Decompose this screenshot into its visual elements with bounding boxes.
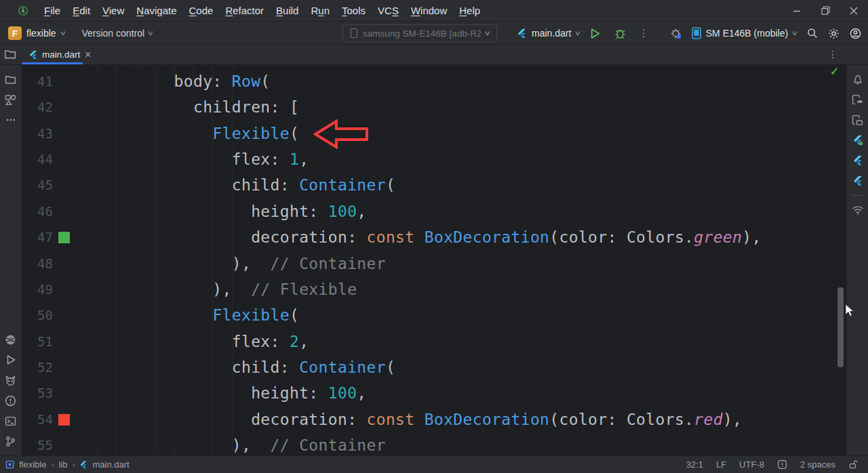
more-tool-windows-icon[interactable] [1, 110, 20, 129]
breadcrumb-item-project[interactable]: flexible [19, 459, 46, 470]
version-control-widget[interactable]: Version control ˅ [81, 28, 152, 39]
wifi-icon[interactable] [848, 201, 867, 220]
inspections-ok-icon[interactable]: ✓ [830, 65, 839, 78]
file-encoding[interactable]: UTF-8 [739, 459, 764, 470]
line-number: 50 [22, 302, 53, 328]
color-preview-green[interactable] [58, 232, 70, 243]
menu-tools[interactable]: Tools [336, 5, 372, 16]
attach-debugger-icon[interactable] [670, 28, 682, 39]
search-everywhere-button[interactable] [807, 28, 818, 39]
code-text: body: Row( [97, 68, 271, 94]
close-button[interactable] [840, 0, 868, 22]
logcat-icon[interactable] [1, 371, 20, 390]
menu-edit[interactable]: Edit [66, 5, 96, 16]
code-line-51[interactable]: 51 flex: 2, [22, 329, 846, 354]
project-folder-icon[interactable] [1, 70, 20, 89]
highlighting-level-icon[interactable] [777, 459, 787, 470]
code-line-53[interactable]: 53 height: 100, [22, 380, 846, 406]
code-line-43[interactable]: 43 Flexible( [22, 121, 846, 146]
more-actions-button[interactable]: ⋮ [635, 27, 652, 39]
line-number: 45 [22, 172, 53, 198]
run-button[interactable] [585, 28, 605, 39]
code-line-55[interactable]: 55 ), // Container [22, 432, 846, 455]
menu-navigate[interactable]: Navigate [130, 5, 182, 16]
flutter-icon [79, 461, 87, 469]
color-preview-red[interactable] [58, 414, 70, 426]
vertical-scrollbar[interactable] [837, 287, 844, 367]
debug-button[interactable] [610, 28, 630, 39]
project-selector[interactable]: flexible [26, 28, 56, 39]
tab-close-icon[interactable]: ✕ [84, 49, 92, 60]
terminal-icon[interactable] [1, 411, 20, 430]
minimize-button[interactable] [783, 0, 811, 22]
code-editor[interactable]: 41 body: Row(42 children: [43 Flexible(4… [22, 65, 846, 455]
version-control-label: Version control [81, 28, 144, 39]
selected-device-widget[interactable]: SM E146B (mobile) ˅ [692, 27, 797, 39]
run-tool-icon[interactable] [1, 350, 20, 369]
app-quality-insights-icon[interactable] [1, 330, 20, 349]
resource-manager-icon[interactable] [1, 90, 20, 109]
line-separator[interactable]: LF [716, 459, 726, 470]
code-text: ), // Container [97, 251, 386, 276]
chevron-down-icon: ˅ [148, 30, 153, 37]
code-text: height: 100, [97, 380, 367, 406]
code-line-46[interactable]: 46 height: 100, [22, 199, 846, 224]
line-number: 46 [22, 199, 53, 224]
project-icon [5, 460, 14, 469]
restore-button[interactable] [811, 0, 840, 22]
code-text: ), // Flexible [97, 276, 357, 302]
code-line-41[interactable]: 41 body: Row( [22, 68, 846, 94]
breadcrumb-item-lib[interactable]: lib [58, 459, 67, 470]
device-selector[interactable]: samsung SM-E146B [adb-RZ... ˅ [342, 24, 497, 42]
menu-build[interactable]: Build [270, 5, 304, 16]
title-bar: FileEditViewNavigateCodeRefactorBuildRun… [0, 0, 868, 22]
breadcrumb: flexible › lib › main.dart [5, 459, 130, 470]
unlocked-padlock-icon[interactable] [848, 459, 859, 470]
device-manager-icon[interactable] [848, 90, 867, 109]
menu-view[interactable]: View [96, 5, 130, 16]
code-line-48[interactable]: 48 ), // Container [22, 251, 846, 276]
code-line-47[interactable]: 47 decoration: const BoxDecoration(color… [22, 224, 846, 250]
menu-window[interactable]: Window [405, 5, 453, 16]
settings-gear-icon[interactable] [828, 28, 840, 39]
menu-file[interactable]: File [38, 5, 66, 16]
code-line-49[interactable]: 49 ), // Flexible [22, 276, 846, 302]
menu-bar: FileEditViewNavigateCodeRefactorBuildRun… [38, 5, 486, 16]
tab-options-icon[interactable]: ⋮ [828, 49, 838, 60]
main-toolbar: F flexible ˅ Version control ˅ samsung S… [0, 22, 868, 45]
active-tab-indicator [22, 62, 83, 64]
indent-setting[interactable]: 2 spaces [800, 459, 835, 470]
menu-vcs[interactable]: VCS [372, 5, 405, 16]
menu-code[interactable]: Code [183, 5, 220, 16]
project-badge[interactable]: F [8, 26, 22, 40]
code-line-42[interactable]: 42 children: [ [22, 94, 846, 120]
menu-run[interactable]: Run [304, 5, 336, 16]
breadcrumb-item-file[interactable]: main.dart [92, 459, 129, 470]
tab-main-dart[interactable]: main.dart ✕ [22, 45, 98, 64]
flutter-outline-icon[interactable] [848, 151, 867, 170]
code-line-52[interactable]: 52 child: Container( [22, 354, 846, 380]
status-bar: flexible › lib › main.dart 32:1 LF UTF-8… [0, 455, 868, 473]
notifications-bell-icon[interactable] [848, 70, 867, 89]
editor-tab-bar: main.dart ✕ ⋮ [0, 45, 868, 65]
running-devices-icon[interactable] [848, 110, 867, 129]
left-tool-stripe [0, 65, 22, 455]
run-configuration[interactable]: main.dart [532, 28, 571, 39]
code-text: children: [ [97, 94, 299, 120]
problems-icon[interactable] [1, 391, 20, 410]
profile-account-icon[interactable] [850, 28, 861, 39]
chevron-right-icon: › [51, 460, 54, 470]
flutter-icon [28, 50, 38, 60]
code-line-54[interactable]: 54 decoration: const BoxDecoration(color… [22, 407, 846, 432]
version-control-branch-icon[interactable] [1, 432, 20, 451]
tab-label: main.dart [42, 49, 80, 60]
code-line-50[interactable]: 50 Flexible( [22, 302, 846, 328]
flutter-performance-icon[interactable] [848, 131, 867, 150]
menu-refactor[interactable]: Refactor [219, 5, 270, 16]
menu-help[interactable]: Help [453, 5, 486, 16]
code-line-44[interactable]: 44 flex: 1, [22, 146, 846, 172]
project-tool-window-button[interactable] [4, 48, 16, 60]
flutter-inspector-icon[interactable] [848, 171, 867, 190]
caret-position[interactable]: 32:1 [686, 459, 703, 470]
code-line-45[interactable]: 45 child: Container( [22, 172, 846, 198]
